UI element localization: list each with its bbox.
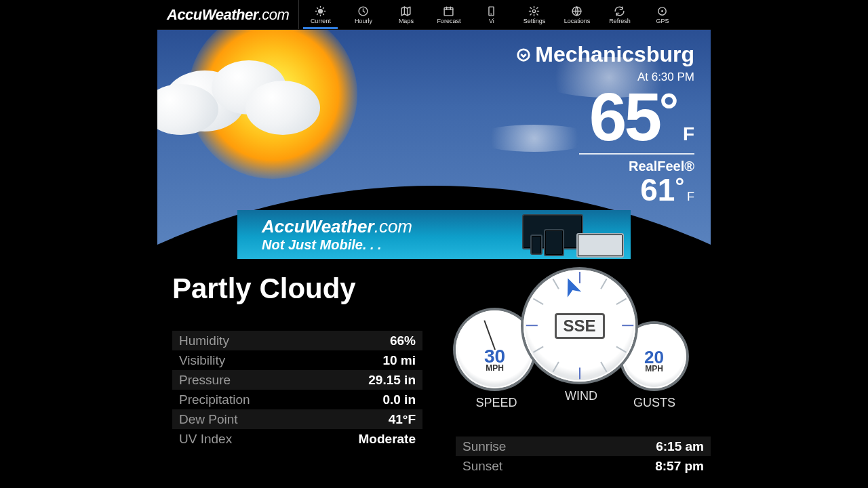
realfeel-degree: ° (675, 173, 684, 199)
topbar: AccuWeather.com CurrentHourlyMapsForecas… (157, 0, 711, 30)
clock-icon (357, 5, 370, 17)
tab-gps[interactable]: GPS (641, 0, 684, 29)
tab-label: Forecast (437, 18, 460, 24)
phone-icon (486, 5, 498, 17)
stat-value: Moderate (359, 432, 416, 447)
degree-symbol: ° (659, 83, 679, 138)
stat-key: Visibility (179, 353, 225, 368)
temperature-unit: F (683, 123, 694, 144)
stat-value: 66% (390, 333, 416, 348)
realfeel-value: 61 (640, 172, 675, 207)
tab-label: Vi (489, 18, 494, 24)
brand-logo[interactable]: AccuWeather.com (157, 0, 299, 29)
tab-refresh[interactable]: Refresh (598, 0, 641, 29)
tab-label: Current (311, 18, 331, 24)
tab-locations[interactable]: Locations (555, 0, 598, 29)
wind-direction-gauge: SSE (524, 270, 635, 382)
wind-speed-gauge: 30 MPH (456, 310, 534, 388)
stat-row: UV IndexModerate (172, 429, 422, 449)
sun-icon (315, 5, 327, 17)
sun-key: Sunset (462, 459, 502, 474)
stat-row: Precipitation0.0 in (172, 390, 422, 409)
svg-point-8 (518, 49, 530, 60)
tab-label: GPS (656, 18, 669, 24)
stats-column: Humidity66%Visibility10 miPressure29.15 … (172, 331, 422, 449)
gusts-caption: GUSTS (624, 396, 685, 410)
globe-icon (571, 5, 583, 17)
svg-rect-2 (445, 7, 454, 15)
sun-value: 6:15 am (656, 439, 704, 454)
stat-row: Visibility10 mi (172, 350, 422, 370)
location-name: Mechanicsburg (535, 42, 694, 67)
location-picker[interactable]: Mechanicsburg (516, 42, 694, 67)
temperature-block: 65°F RealFeel® 61°F (579, 83, 694, 205)
sun-key: Sunrise (462, 439, 506, 454)
wind-speed-unit: MPH (456, 365, 534, 372)
svg-point-0 (319, 9, 323, 13)
target-icon (656, 5, 669, 17)
stat-key: Dew Point (179, 412, 238, 427)
stat-value: 10 mi (382, 353, 416, 368)
temperature-value: 65 (589, 83, 659, 150)
refresh-icon (614, 5, 626, 17)
realfeel-label: RealFeel® (579, 159, 694, 174)
tab-settings[interactable]: Settings (513, 0, 555, 29)
stat-value: 41°F (389, 412, 416, 427)
map-icon (400, 5, 412, 17)
ad-banner[interactable]: AccuWeather.com Not Just Mobile. . . (237, 210, 631, 259)
calendar-icon (443, 5, 455, 17)
sun-row: Sunset8:57 pm (456, 456, 711, 476)
ad-line2: Not Just Mobile. . . (262, 237, 412, 253)
stat-row: Dew Point41°F (172, 409, 422, 429)
tab-label: Hourly (355, 18, 372, 24)
stat-key: UV Index (179, 432, 232, 447)
gear-icon (528, 5, 540, 17)
tab-label: Maps (399, 18, 414, 24)
ad-line1: AccuWeather.com (262, 216, 412, 237)
tab-forecast[interactable]: Forecast (427, 0, 470, 29)
stat-row: Pressure29.15 in (172, 370, 422, 390)
stat-key: Precipitation (179, 392, 250, 407)
cloud-graphic (157, 43, 320, 138)
cloud-wisp (473, 125, 595, 152)
nav-tabs: CurrentHourlyMapsForecastViSettingsLocat… (299, 0, 711, 29)
speed-caption: SPEED (462, 396, 530, 410)
wind-gauges: SSE 30 MPH 20 MPH SPEED WIND GUSTS (456, 270, 693, 419)
stat-key: Humidity (179, 333, 229, 348)
stat-key: Pressure (179, 373, 231, 388)
tab-current[interactable]: Current (299, 0, 342, 29)
tab-label: Refresh (609, 18, 631, 24)
wind-caption: WIND (551, 389, 612, 403)
sun-row: Sunrise6:15 am (456, 436, 711, 456)
tab-video[interactable]: Vi (470, 0, 513, 29)
svg-point-4 (533, 9, 536, 12)
stat-row: Humidity66% (172, 331, 422, 350)
sun-value: 8:57 pm (655, 459, 704, 474)
stat-value: 0.0 in (382, 392, 416, 407)
sun-times: Sunrise6:15 amSunset8:57 pm (456, 436, 711, 476)
svg-point-7 (662, 10, 663, 11)
tab-hourly[interactable]: Hourly (342, 0, 384, 29)
tab-maps[interactable]: Maps (384, 0, 427, 29)
tab-label: Locations (564, 18, 591, 24)
brand-text: AccuWeather.com (167, 6, 289, 24)
tab-label: Settings (524, 18, 546, 24)
realfeel-unit: F (687, 190, 694, 203)
stat-value: 29.15 in (368, 373, 416, 388)
wind-direction-value: SSE (554, 313, 604, 339)
chevron-down-icon (516, 47, 531, 62)
